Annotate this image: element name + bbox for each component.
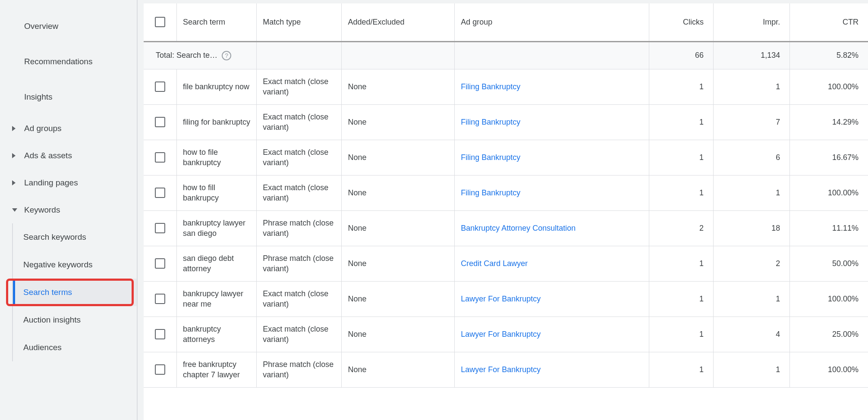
chevron-right-icon	[12, 153, 16, 158]
cell-match-type: Exact match (close variant)	[257, 175, 342, 210]
row-checkbox-cell	[144, 69, 177, 104]
nav-landing-pages[interactable]: Landing pages	[0, 169, 137, 196]
row-checkbox[interactable]	[155, 152, 165, 163]
total-clicks: 66	[649, 41, 714, 69]
subnav-search-terms[interactable]: Search terms	[13, 279, 137, 306]
header-clicks[interactable]: Clicks	[649, 3, 714, 41]
row-checkbox-cell	[144, 175, 177, 210]
help-icon[interactable]: ?	[222, 51, 231, 60]
cell-impr: 1	[714, 281, 790, 317]
nav-recommendations[interactable]: Recommendations	[0, 44, 137, 79]
ad-group-link[interactable]: Lawyer For Bankruptcy	[461, 330, 541, 339]
ad-group-link[interactable]: Filing Bankruptcy	[461, 118, 520, 126]
ad-group-link[interactable]: Lawyer For Bankruptcy	[461, 295, 541, 303]
total-row: Total: Search te… ? 66 1,134 5.82%	[144, 41, 868, 69]
cell-match-type: Exact match (close variant)	[257, 104, 342, 140]
total-empty	[342, 41, 455, 69]
nav-overview[interactable]: Overview	[0, 9, 137, 44]
subnav-auction-insights[interactable]: Auction insights	[13, 306, 137, 334]
header-label: Ad group	[461, 18, 492, 26]
row-checkbox[interactable]	[155, 258, 165, 269]
cell-impr: 1	[714, 352, 790, 387]
header-ctr[interactable]: CTR	[790, 3, 868, 41]
ad-group-link[interactable]: Bankruptcy Attorney Consultation	[461, 224, 576, 232]
subnav-audiences[interactable]: Audiences	[13, 334, 137, 361]
nav-ad-groups[interactable]: Ad groups	[0, 115, 137, 142]
cell-match-type: Exact match (close variant)	[257, 281, 342, 317]
cell-ctr: 14.29%	[790, 104, 868, 140]
ad-group-link[interactable]: Filing Bankruptcy	[461, 153, 520, 162]
cell-impr: 1	[714, 69, 790, 104]
cell-ad-group: Filing Bankruptcy	[455, 69, 649, 104]
cell-search-term: file bankruptcy now	[177, 69, 257, 104]
cell-ctr: 11.11%	[790, 210, 868, 246]
ad-group-link[interactable]: Credit Card Lawyer	[461, 259, 528, 268]
cell-impr: 6	[714, 140, 790, 175]
header-label: Search term	[183, 18, 225, 26]
table-row: san diego debt attorneyPhrase match (clo…	[144, 246, 868, 281]
subnav-label: Search terms	[23, 288, 72, 297]
ad-group-link[interactable]: Lawyer For Bankruptcy	[461, 365, 541, 374]
nav-ads-assets[interactable]: Ads & assets	[0, 142, 137, 169]
cell-clicks: 1	[649, 281, 714, 317]
cell-ad-group: Filing Bankruptcy	[455, 140, 649, 175]
select-all-checkbox[interactable]	[155, 17, 165, 27]
cell-ad-group: Lawyer For Bankruptcy	[455, 281, 649, 317]
total-empty	[455, 41, 649, 69]
row-checkbox[interactable]	[155, 329, 165, 339]
row-checkbox[interactable]	[155, 117, 165, 127]
nav-label: Landing pages	[24, 178, 78, 188]
total-label-cell: Total: Search te… ?	[144, 41, 257, 69]
row-checkbox-cell	[144, 317, 177, 352]
subnav-label: Audiences	[23, 343, 62, 352]
main-content: Search term Match type Added/Excluded Ad…	[144, 3, 868, 420]
cell-clicks: 1	[649, 317, 714, 352]
cell-ctr: 25.00%	[790, 317, 868, 352]
cell-added-excluded: None	[342, 69, 455, 104]
cell-added-excluded: None	[342, 210, 455, 246]
keywords-subnav: Search keywords Negative keywords Search…	[12, 223, 137, 361]
ad-group-link[interactable]: Filing Bankruptcy	[461, 82, 520, 91]
nav-label: Ads & assets	[24, 151, 72, 160]
row-checkbox-cell	[144, 210, 177, 246]
cell-added-excluded: None	[342, 352, 455, 387]
row-checkbox[interactable]	[155, 223, 165, 233]
cell-match-type: Exact match (close variant)	[257, 317, 342, 352]
header-added-excluded[interactable]: Added/Excluded	[342, 3, 455, 41]
cell-ctr: 100.00%	[790, 69, 868, 104]
subnav-negative-keywords[interactable]: Negative keywords	[13, 251, 137, 279]
subnav-search-keywords[interactable]: Search keywords	[13, 223, 137, 251]
header-impr[interactable]: Impr.	[714, 3, 790, 41]
header-search-term[interactable]: Search term	[177, 3, 257, 41]
chevron-down-icon	[12, 208, 17, 212]
nav-insights[interactable]: Insights	[0, 79, 137, 115]
search-terms-table: Search term Match type Added/Excluded Ad…	[144, 3, 868, 388]
total-ctr: 5.82%	[790, 41, 868, 69]
header-ad-group[interactable]: Ad group	[455, 3, 649, 41]
cell-clicks: 1	[649, 104, 714, 140]
cell-ad-group: Bankruptcy Attorney Consultation	[455, 210, 649, 246]
ad-group-link[interactable]: Filing Bankruptcy	[461, 188, 520, 197]
row-checkbox[interactable]	[155, 364, 165, 375]
cell-clicks: 2	[649, 210, 714, 246]
row-checkbox[interactable]	[155, 81, 165, 92]
cell-ctr: 100.00%	[790, 175, 868, 210]
row-checkbox[interactable]	[155, 188, 165, 198]
total-label-text: Total: Search te…	[150, 51, 217, 60]
cell-ctr: 100.00%	[790, 281, 868, 317]
nav-label: Keywords	[24, 205, 60, 215]
cell-clicks: 1	[649, 69, 714, 104]
cell-search-term: san diego debt attorney	[177, 246, 257, 281]
cell-added-excluded: None	[342, 246, 455, 281]
chevron-right-icon	[12, 180, 16, 185]
cell-clicks: 1	[649, 352, 714, 387]
header-match-type[interactable]: Match type	[257, 3, 342, 41]
cell-search-term: how to file bankruptcy	[177, 140, 257, 175]
subnav-label: Auction insights	[23, 315, 81, 325]
row-checkbox[interactable]	[155, 294, 165, 304]
row-checkbox-cell	[144, 352, 177, 387]
nav-keywords[interactable]: Keywords	[0, 196, 137, 223]
cell-search-term: bankruptcy attorneys	[177, 317, 257, 352]
nav-label: Overview	[24, 22, 58, 31]
cell-added-excluded: None	[342, 175, 455, 210]
